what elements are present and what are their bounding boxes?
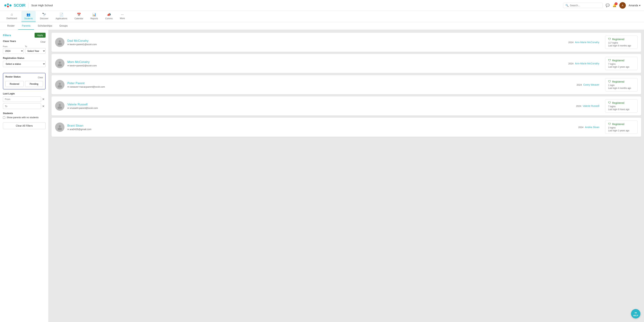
parent-card: Dad McConahy ✉kevin+parent1@scoir.com 20… <box>52 33 641 52</box>
class-years-header: Class Years Clear <box>3 40 46 44</box>
login-info: 1 login Last login 4 months ago <box>608 84 634 89</box>
discover-icon: 🔭 <box>42 12 46 16</box>
svg-point-6 <box>59 61 61 64</box>
nav-tab-dashboard-label: Dashboard <box>6 17 17 19</box>
parent-meta: 2024 Valerie Russell <box>576 104 599 107</box>
class-years-clear[interactable]: Clear <box>40 41 46 43</box>
sub-tab-parents-label: Parents <box>22 24 30 27</box>
last-login-from-input[interactable] <box>3 96 41 102</box>
login-info: 2 logins Last login 2 years ago <box>608 126 634 132</box>
nav-tab-discover-label: Discover <box>40 17 48 20</box>
parent-email: ✉cweaver+nacacparent@scoir.com <box>67 85 574 88</box>
status-label: Registered <box>612 38 624 41</box>
nav-tab-more[interactable]: ··· More <box>117 11 128 22</box>
nav-tab-discover[interactable]: 🔭 Discover <box>37 11 51 22</box>
notification-badge: 1 <box>615 2 618 5</box>
last-login-to-clear[interactable]: ✕ <box>41 104 46 108</box>
from-year-select[interactable]: 2024 2025 2023 <box>3 48 24 54</box>
year-badge: 2024 <box>578 126 584 129</box>
apply-button[interactable]: Apply <box>34 33 46 38</box>
parent-email: ✉kevin+parent1@scoir.com <box>67 43 566 46</box>
parent-meta: 2024 Andria Sloan <box>578 126 599 129</box>
login-count: 2 logins <box>608 126 634 129</box>
roster-status-toggles: Rostered Pending <box>6 81 43 87</box>
student-link[interactable]: Corey Weaver <box>583 83 599 86</box>
person-icon <box>57 124 63 130</box>
avatar <box>55 59 64 68</box>
parent-name[interactable]: Brant Sloan <box>67 124 576 128</box>
nav-tab-comms[interactable]: 📣 Comms <box>102 11 116 22</box>
nav-tab-students[interactable]: 👥 Students <box>22 11 36 22</box>
pending-button[interactable]: Pending <box>25 81 43 87</box>
roster-status-title: Roster Status <box>6 75 21 78</box>
more-icon: ··· <box>121 12 124 16</box>
avatar <box>55 80 64 89</box>
registration-status-title: Registration Status <box>3 57 46 59</box>
email-icon: ✉ <box>67 43 69 45</box>
sub-tab-scholarships-label: Scholarships <box>38 24 52 27</box>
nav-tab-students-label: Students <box>24 17 33 20</box>
svg-point-1 <box>7 3 9 5</box>
user-menu[interactable]: Amanda ▾ <box>629 4 640 7</box>
year-badge: 2024 <box>577 83 582 86</box>
last-login: Last login 2 years ago <box>608 129 634 132</box>
year-row: From 2024 2025 2023 To Select Year 2024 … <box>3 45 46 54</box>
students-title: Students <box>3 112 46 115</box>
help-button[interactable]: ∞ HELP <box>631 309 640 319</box>
parent-card: Peter Parent ✉cweaver+nacacparent@scoir.… <box>52 75 641 94</box>
last-login-from-clear[interactable]: ✕ <box>41 97 46 101</box>
clear-all-button[interactable]: Clear All Filters <box>3 122 46 129</box>
last-login: Last login 3 years ago <box>608 66 634 68</box>
sub-tab-groups[interactable]: Groups <box>56 22 71 30</box>
no-students-checkbox[interactable] <box>3 116 5 119</box>
student-link[interactable]: Valerie Russell <box>583 104 599 107</box>
parent-name[interactable]: Mom McConahy <box>67 60 566 64</box>
sub-tab-roster[interactable]: Roster <box>4 22 18 30</box>
nav-tab-reports[interactable]: 📊 Reports <box>88 11 101 22</box>
student-link[interactable]: Andria Sloan <box>585 126 599 129</box>
nav-tab-reports-label: Reports <box>90 17 98 20</box>
parent-name[interactable]: Dad McConahy <box>67 39 566 43</box>
roster-status-clear[interactable]: Clear <box>38 76 43 79</box>
registration-status-select[interactable]: Select a status Registered Unregistered <box>3 61 46 67</box>
last-login-to-input[interactable] <box>3 103 41 109</box>
nav-tab-dashboard[interactable]: ⌂ Dashboard <box>4 11 20 22</box>
bell-icon[interactable]: 🔔 1 <box>612 3 616 7</box>
search-box[interactable]: 🔍 <box>563 3 603 8</box>
rostered-button[interactable]: Rostered <box>6 81 24 87</box>
login-count: 7 logins <box>608 63 634 65</box>
sub-tab-roster-label: Roster <box>7 24 14 27</box>
sub-tabs: Roster Parents Scholarships Groups <box>0 22 644 30</box>
from-label: From <box>3 45 24 47</box>
chat-icon[interactable]: 💬 <box>606 3 610 7</box>
nav-tabs: ⌂ Dashboard 👥 Students 🔭 Discover 📄 Appl… <box>0 11 644 22</box>
sub-tab-scholarships[interactable]: Scholarships <box>34 22 56 30</box>
last-login: Last login 4 months ago <box>608 87 634 89</box>
nav-tab-applications-label: Applications <box>56 17 67 20</box>
student-link[interactable]: Ann-Marie McConahy <box>575 62 599 65</box>
login-info: 7 logins Last login 6 hours ago <box>608 105 634 111</box>
parent-info: Dad McConahy ✉kevin+parent1@scoir.com <box>67 39 566 46</box>
parent-info: Valerie Russell ✉vrussell+parent@scoir.c… <box>67 103 573 109</box>
status-box: 🛡 Registered 2 logins Last login 2 years… <box>605 120 638 134</box>
parent-name[interactable]: Peter Parent <box>67 81 574 85</box>
status-box: 🛡 Registered 7 logins Last login 6 hours… <box>605 99 638 113</box>
shield-icon: 🛡 <box>608 38 611 41</box>
nav-tab-applications[interactable]: 📄 Applications <box>53 11 70 22</box>
svg-point-7 <box>58 64 62 66</box>
nav-divider <box>28 3 28 8</box>
parent-info: Mom McConahy ✉kevin+parent2@scoir.com <box>67 60 566 67</box>
to-year-select[interactable]: Select Year 2024 2025 2026 <box>25 48 46 54</box>
login-count: 117 logins <box>608 41 634 44</box>
status-label: Registered <box>612 80 624 83</box>
sub-tab-parents[interactable]: Parents <box>18 22 34 30</box>
email-icon: ✉ <box>67 65 69 67</box>
search-input[interactable] <box>570 4 600 7</box>
main-layout: Filters Apply Class Years Clear From 202… <box>0 30 644 322</box>
parent-name[interactable]: Valerie Russell <box>67 103 573 106</box>
student-link[interactable]: Ann-Marie McConahy <box>575 41 599 44</box>
top-nav: SCOIR Scoir High School 🔍 💬 🔔 1 A Amanda… <box>0 0 644 11</box>
registered-row: 🛡 Registered <box>608 38 634 41</box>
nav-tab-calendar[interactable]: 📅 Calendar <box>72 11 86 22</box>
year-badge: 2024 <box>568 41 574 44</box>
